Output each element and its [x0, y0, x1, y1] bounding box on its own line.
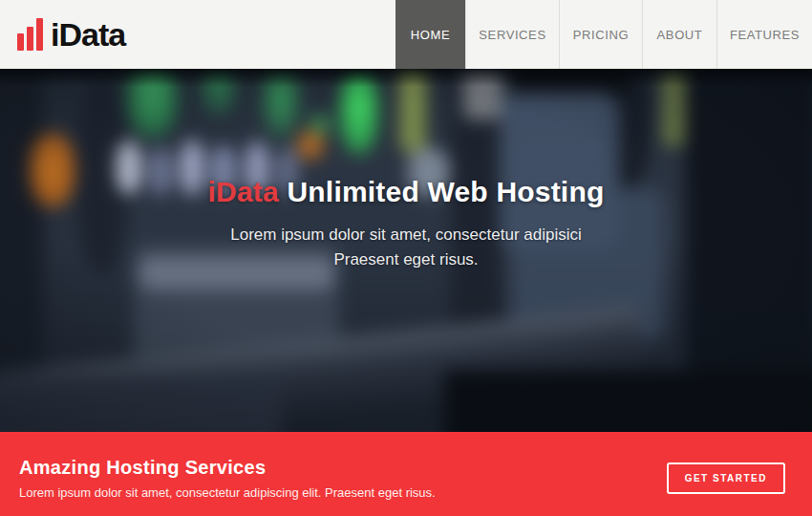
cta-heading: Amazing Hosting Services — [19, 457, 436, 479]
hero-heading: iData Unlimited Web Hosting — [0, 176, 812, 208]
nav-item-services[interactable]: SERVICES — [465, 0, 559, 69]
hero-subtitle: Lorem ipsum dolor sit amet, consectetur … — [0, 223, 812, 272]
nav-item-features[interactable]: FEATURES — [716, 0, 812, 69]
hero-section: iData Unlimited Web Hosting Lorem ipsum … — [0, 69, 812, 432]
cta-text: Lorem ipsum dolor sit amet, consectetur … — [19, 485, 436, 500]
nav-item-home[interactable]: HOME — [395, 0, 465, 69]
site-header: iData HOME SERVICES PRICING ABOUT FEATUR… — [0, 0, 812, 69]
cta-copy: Amazing Hosting Services Lorem ipsum dol… — [19, 457, 436, 500]
logo-text: iData — [51, 18, 125, 51]
hero-heading-accent: iData — [208, 176, 279, 207]
main-nav: HOME SERVICES PRICING ABOUT FEATURES — [395, 0, 812, 69]
bar-chart-icon — [17, 18, 43, 51]
hero-heading-rest: Unlimited Web Hosting — [279, 176, 605, 207]
cta-band: Amazing Hosting Services Lorem ipsum dol… — [0, 432, 812, 516]
get-started-button[interactable]: GET STARTED — [667, 462, 785, 494]
nav-item-pricing[interactable]: PRICING — [559, 0, 642, 69]
hero-subtitle-line2: Praesent eget risus. — [333, 250, 478, 269]
hero-subtitle-line1: Lorem ipsum dolor sit amet, consectetur … — [230, 226, 582, 244]
hero-content: iData Unlimited Web Hosting Lorem ipsum … — [0, 176, 812, 272]
nav-item-about[interactable]: ABOUT — [642, 0, 716, 69]
logo[interactable]: iData — [0, 0, 125, 69]
